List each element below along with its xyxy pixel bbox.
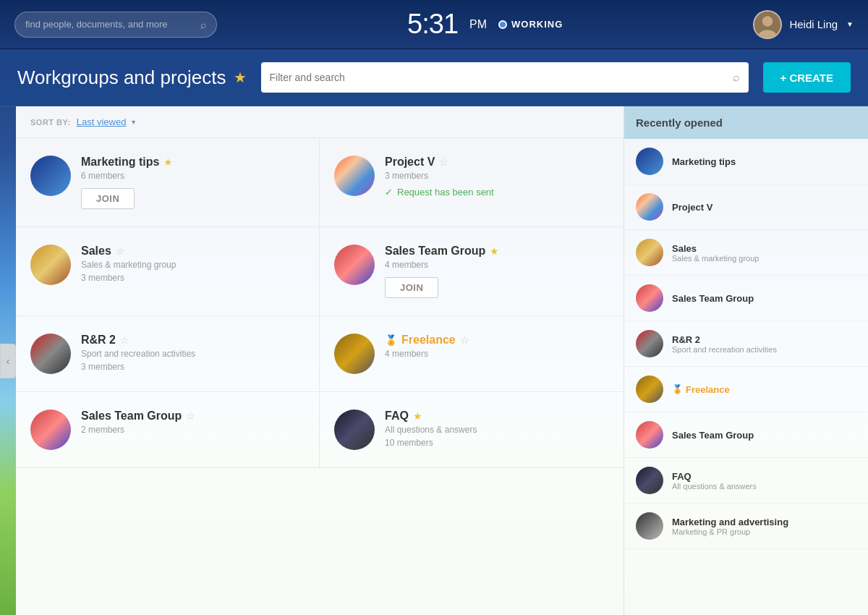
sort-value[interactable]: Last viewed bbox=[77, 116, 127, 127]
group-star-icon[interactable]: ★ bbox=[413, 410, 422, 422]
status-area: WORKING bbox=[498, 19, 563, 30]
group-name[interactable]: Sales Team Group bbox=[81, 410, 182, 423]
group-item: Marketing tips ★ 6 members JOIN bbox=[16, 138, 320, 227]
sidebar-item-avatar bbox=[636, 421, 663, 449]
collapse-sidebar-button[interactable]: ‹ bbox=[0, 344, 16, 378]
svg-point-1 bbox=[762, 16, 773, 26]
recently-opened-item[interactable]: Sales Team Group bbox=[624, 276, 868, 321]
group-name[interactable]: Project V bbox=[385, 156, 435, 169]
recently-opened-item[interactable]: Sales Sales & marketing group bbox=[624, 230, 868, 276]
navbar: ⌕ 5:31 PM WORKING Heidi Ling ▼ bbox=[0, 0, 868, 49]
sidebar-item-name: FAQ bbox=[672, 471, 692, 482]
sidebar-item-avatar bbox=[636, 239, 663, 266]
sidebar-item-avatar bbox=[636, 467, 663, 494]
sidebar-item-avatar bbox=[636, 193, 663, 221]
recently-opened-item[interactable]: R&R 2 Sport and recreation activities bbox=[624, 321, 868, 367]
user-name: Heidi Ling bbox=[789, 18, 838, 30]
group-name[interactable]: R&R 2 bbox=[81, 334, 116, 347]
sidebar-item-name: Sales bbox=[672, 243, 697, 254]
search-icon: ⌕ bbox=[200, 19, 206, 30]
group-members: 6 members bbox=[81, 171, 305, 181]
group-name[interactable]: FAQ bbox=[385, 410, 409, 423]
group-info: Sales Team Group ☆ 2 members bbox=[81, 410, 305, 435]
filter-search-icon: ⌕ bbox=[733, 71, 740, 84]
group-star-icon[interactable]: ★ bbox=[490, 245, 499, 257]
group-info: FAQ ★ All questions & answers 10 members bbox=[385, 410, 609, 448]
group-members: 10 members bbox=[385, 438, 609, 448]
premium-badge-icon: 🏅 bbox=[672, 384, 683, 394]
sidebar-item-avatar bbox=[636, 148, 663, 175]
filter-search-box[interactable]: ⌕ bbox=[261, 62, 749, 93]
recently-opened-item[interactable]: FAQ All questions & answers bbox=[624, 458, 868, 504]
create-button[interactable]: + CREATE bbox=[763, 62, 851, 93]
filter-search-input[interactable] bbox=[270, 72, 727, 83]
recently-opened-item[interactable]: 🏅 Freelance bbox=[624, 367, 868, 412]
sidebar-item-info: 🏅 Freelance bbox=[672, 384, 856, 395]
sidebar-item-avatar bbox=[636, 330, 663, 357]
group-avatar bbox=[334, 334, 375, 374]
group-item: FAQ ★ All questions & answers 10 members bbox=[320, 392, 624, 468]
group-item: Sales Team Group ★ 4 members JOIN bbox=[320, 227, 624, 316]
group-info: Project V ☆ 3 members ✓Request has been … bbox=[385, 156, 609, 198]
recently-opened-item[interactable]: Marketing tips bbox=[624, 139, 868, 184]
sidebar-item-name: R&R 2 bbox=[672, 334, 700, 345]
clock-time: 5:31 bbox=[407, 9, 458, 40]
recently-opened-item[interactable]: Sales Team Group bbox=[624, 412, 868, 458]
sidebar-item-info: Sales Sales & marketing group bbox=[672, 243, 856, 263]
group-name[interactable]: Freelance bbox=[401, 334, 456, 347]
sidebar-item-subtitle: Sport and recreation activities bbox=[672, 345, 856, 354]
group-members: 3 members bbox=[81, 273, 305, 283]
group-star-icon[interactable]: ★ bbox=[163, 156, 173, 168]
group-subtitle: All questions & answers bbox=[385, 425, 609, 435]
group-name-row: Sales Team Group ☆ bbox=[81, 410, 305, 423]
group-star-icon[interactable]: ☆ bbox=[120, 334, 129, 346]
group-name-row: 🏅 Freelance ☆ bbox=[385, 334, 609, 347]
avatar bbox=[753, 10, 782, 39]
favorite-star-icon[interactable]: ★ bbox=[234, 69, 247, 86]
group-members: 2 members bbox=[81, 425, 305, 435]
group-avatar bbox=[334, 156, 375, 196]
group-star-icon[interactable]: ☆ bbox=[186, 410, 195, 422]
sidebar-item-avatar bbox=[636, 512, 663, 540]
recently-opened-item[interactable]: Project V bbox=[624, 184, 868, 230]
clock-area: 5:31 PM WORKING bbox=[231, 9, 739, 40]
status-label: WORKING bbox=[511, 19, 563, 30]
sort-bar: SORT BY: Last viewed ▾ bbox=[16, 106, 624, 138]
sidebar-item-name: Freelance bbox=[686, 384, 730, 395]
join-button[interactable]: JOIN bbox=[81, 188, 135, 209]
premium-badge-icon: 🏅 bbox=[385, 334, 397, 346]
page-title: Workgroups and projects ★ bbox=[17, 67, 247, 89]
global-search[interactable]: ⌕ bbox=[14, 12, 217, 38]
sidebar-item-info: Marketing and advertising Marketing & PR… bbox=[672, 517, 856, 536]
group-star-icon[interactable]: ☆ bbox=[116, 245, 125, 257]
group-name[interactable]: Sales bbox=[81, 245, 111, 258]
groups-panel: SORT BY: Last viewed ▾ Marketing tips ★ … bbox=[16, 106, 624, 615]
sort-by-label: SORT BY: bbox=[30, 118, 71, 127]
group-members: 3 members bbox=[385, 171, 609, 181]
join-button[interactable]: JOIN bbox=[385, 277, 438, 298]
group-name[interactable]: Marketing tips bbox=[81, 156, 159, 169]
group-star-icon[interactable]: ☆ bbox=[460, 334, 469, 346]
group-info: Sales Team Group ★ 4 members JOIN bbox=[385, 245, 609, 298]
recently-opened-item[interactable]: Marketing and advertising Marketing & PR… bbox=[624, 504, 868, 549]
groups-grid: Marketing tips ★ 6 members JOIN Project … bbox=[16, 138, 624, 468]
group-name[interactable]: Sales Team Group bbox=[385, 245, 485, 258]
group-item: R&R 2 ☆ Sport and recreation activities … bbox=[16, 316, 320, 392]
group-avatar bbox=[334, 245, 375, 285]
sort-chevron-icon[interactable]: ▾ bbox=[132, 118, 135, 126]
group-avatar bbox=[30, 245, 71, 285]
sidebar-item-name: Project V bbox=[672, 202, 712, 213]
group-name-row: Sales Team Group ★ bbox=[385, 245, 609, 258]
group-name-row: Project V ☆ bbox=[385, 156, 609, 169]
main-content: ‹ SORT BY: Last viewed ▾ Marketing tips … bbox=[0, 106, 868, 615]
global-search-input[interactable] bbox=[25, 19, 195, 30]
chevron-left-icon: ‹ bbox=[7, 355, 10, 367]
group-avatar bbox=[334, 410, 375, 450]
recently-opened-list: Marketing tips Project V Sales Sales & m… bbox=[624, 139, 868, 549]
group-name-row: Sales ☆ bbox=[81, 245, 305, 258]
user-menu[interactable]: Heidi Ling ▼ bbox=[753, 10, 854, 39]
group-item: Project V ☆ 3 members ✓Request has been … bbox=[320, 138, 624, 227]
sidebar-item-info: Marketing tips bbox=[672, 156, 856, 167]
group-star-icon[interactable]: ☆ bbox=[439, 156, 448, 168]
group-info: Marketing tips ★ 6 members JOIN bbox=[81, 156, 305, 209]
